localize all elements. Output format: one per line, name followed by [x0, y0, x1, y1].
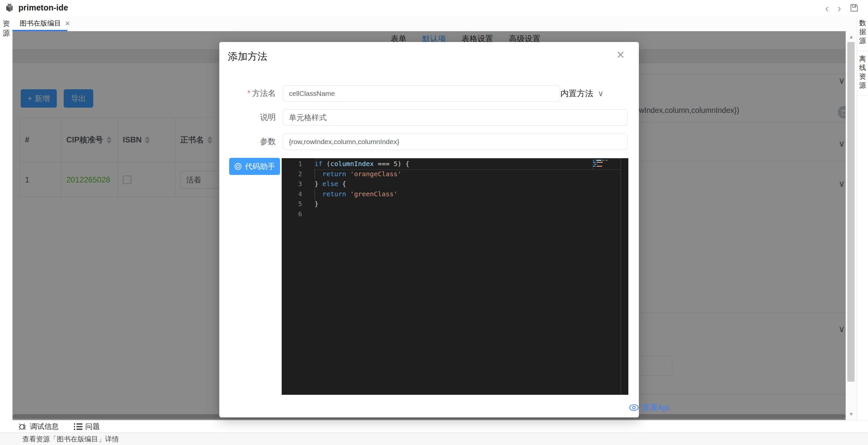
- debug-icon: [19, 422, 27, 431]
- left-rail: 资源: [0, 15, 13, 433]
- code-assistant-button[interactable]: 代码助手: [229, 158, 280, 175]
- dialog-close-icon[interactable]: ×: [617, 48, 625, 62]
- save-icon[interactable]: [849, 3, 859, 12]
- scrollbar-thumb[interactable]: [847, 42, 855, 382]
- minimap-border: [620, 158, 621, 395]
- nav-forward-icon[interactable]: ›: [837, 2, 841, 13]
- code-line[interactable]: 3} else {: [282, 179, 628, 189]
- builtin-method-dropdown[interactable]: 内置方法 ∨: [560, 88, 604, 99]
- app-logo-icon: [4, 2, 15, 13]
- right-rail: 数据源 离线资源: [857, 15, 868, 433]
- assistant-icon: [234, 162, 242, 170]
- scroll-down-icon[interactable]: ▼: [846, 411, 857, 417]
- vertical-scrollbar[interactable]: ▲ ▼: [846, 31, 857, 420]
- description-input[interactable]: 单元格样式: [283, 109, 628, 126]
- tab-label: 图书在版编目: [20, 19, 61, 28]
- code-editor-lines[interactable]: 1if (columnIndex === 5) {2 return 'orang…: [282, 159, 628, 219]
- code-line[interactable]: 5}: [282, 199, 628, 209]
- top-bar: primeton-ide ‹ ›: [0, 0, 868, 16]
- chevron-down-icon: ∨: [598, 89, 604, 98]
- list-icon: [74, 423, 83, 430]
- issues-button[interactable]: 问题: [74, 422, 100, 432]
- required-mark: *: [248, 89, 250, 97]
- eye-icon: [629, 404, 639, 411]
- params-label: 参数: [219, 136, 276, 147]
- right-rail-tab-datasource[interactable]: 数据源: [857, 15, 868, 51]
- tab-close-icon[interactable]: ×: [65, 19, 70, 28]
- nav-back-icon[interactable]: ‹: [825, 2, 829, 13]
- status-text: 查看资源「图书在版编目」详情: [22, 435, 119, 444]
- code-line[interactable]: 2 return 'orangeClass': [282, 169, 628, 179]
- app-window: primeton-ide ‹ › 资源 图书在版编目 ×: [0, 0, 868, 445]
- code-line[interactable]: 1if (columnIndex === 5) {: [282, 159, 628, 169]
- app-title: primeton-ide: [19, 3, 68, 12]
- code-line[interactable]: 4 return 'greenClass': [282, 189, 628, 199]
- dialog-title: 添加方法: [228, 50, 267, 63]
- bottom-bar: 调试信息 问题: [12, 420, 868, 433]
- tab-book-catalog[interactable]: 图书在版编目 ×: [12, 15, 68, 31]
- tab-bar: 图书在版编目 ×: [12, 15, 857, 32]
- method-name-label: *方法名: [219, 88, 276, 98]
- code-editor[interactable]: 1if (columnIndex === 5) {2 return 'orang…: [282, 158, 628, 395]
- method-name-input[interactable]: cellClassName: [283, 85, 560, 102]
- view-api-link[interactable]: 查看Api: [629, 402, 669, 413]
- description-label: 说明: [219, 112, 276, 122]
- code-line[interactable]: 6: [282, 209, 628, 219]
- right-rail-tab-offline[interactable]: 离线资源: [857, 51, 868, 96]
- minimap[interactable]: [593, 160, 619, 172]
- params-input[interactable]: {row,rowIndex,column,columnIndex}: [283, 133, 628, 150]
- debug-info-button[interactable]: 调试信息: [19, 422, 59, 432]
- add-method-dialog: 添加方法 × *方法名 cellClassName 内置方法 ∨ 说明 单元格样…: [219, 42, 639, 417]
- scroll-up-icon[interactable]: ▲: [846, 34, 857, 39]
- left-rail-tab-resources[interactable]: 资源: [0, 15, 12, 38]
- status-bar: 查看资源「图书在版编目」详情: [0, 433, 868, 445]
